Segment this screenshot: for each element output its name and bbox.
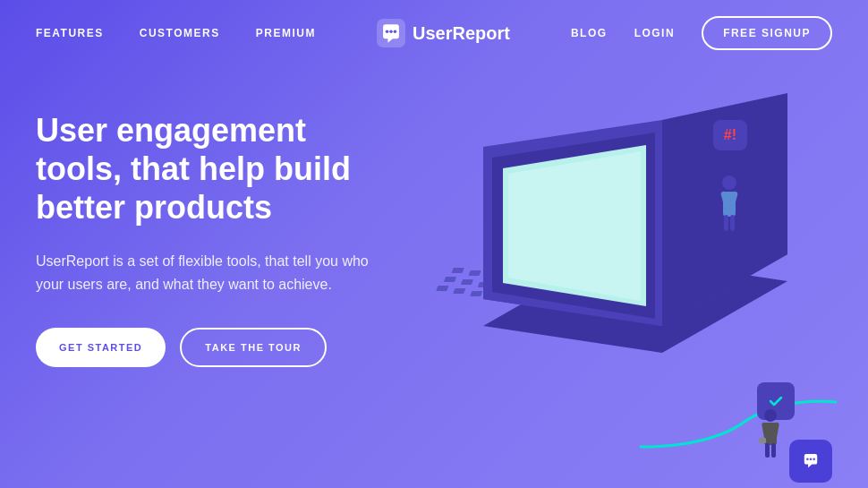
hero-buttons: GET STARTED TAKE THE TOUR (36, 328, 394, 367)
svg-point-63 (810, 458, 813, 461)
logo[interactable]: UserReport (377, 19, 510, 47)
logo-icon (377, 19, 405, 47)
person-figure-2 (758, 407, 783, 469)
take-tour-button[interactable]: TAKE THE TOUR (180, 328, 327, 367)
hero-title: User engagement tools, that help build b… (36, 111, 394, 227)
nav-right: BLOG LOGIN FREE SIGNUP (571, 16, 832, 50)
svg-rect-21 (461, 279, 473, 285)
nav-left: FEATURES CUSTOMERS PREMIUM (36, 27, 316, 39)
svg-rect-59 (771, 443, 776, 458)
chat-icon (799, 449, 822, 473)
svg-rect-20 (444, 277, 456, 282)
person-figure (716, 174, 743, 245)
svg-rect-53 (730, 215, 735, 231)
svg-rect-9 (470, 291, 482, 296)
nav-blog[interactable]: BLOG (571, 27, 608, 39)
svg-rect-8 (453, 288, 465, 294)
chat-widget[interactable] (789, 440, 832, 483)
hero-section: User engagement tools, that help build b… (0, 66, 868, 488)
svg-point-3 (394, 30, 397, 33)
nav-features[interactable]: FEATURES (36, 27, 104, 39)
svg-point-2 (389, 30, 393, 33)
nav-customers[interactable]: CUSTOMERS (140, 27, 220, 39)
svg-point-48 (722, 176, 736, 190)
logo-text: UserReport (413, 23, 510, 44)
svg-point-62 (806, 458, 809, 461)
navbar: FEATURES CUSTOMERS PREMIUM UserReport BL… (0, 0, 868, 66)
svg-rect-32 (452, 268, 464, 273)
signup-button[interactable]: FREE SIGNUP (702, 16, 832, 50)
svg-rect-60 (759, 438, 766, 443)
svg-marker-47 (508, 151, 641, 301)
nav-login[interactable]: LOGIN (634, 27, 676, 39)
svg-point-64 (813, 458, 815, 461)
nav-premium[interactable]: PREMIUM (256, 27, 316, 39)
hero-text: User engagement tools, that help build b… (36, 93, 394, 488)
svg-rect-33 (468, 270, 481, 276)
svg-point-1 (386, 30, 389, 33)
get-started-button[interactable]: GET STARTED (36, 328, 166, 367)
svg-rect-52 (724, 215, 728, 231)
notification-bubble: #! (713, 120, 747, 150)
hero-illustration: #! (394, 93, 832, 488)
svg-rect-7 (436, 286, 448, 291)
svg-rect-58 (765, 443, 770, 458)
hero-subtitle: UserReport is a set of flexible tools, t… (36, 250, 394, 297)
svg-point-54 (764, 409, 777, 422)
laptop-illustration (430, 75, 805, 380)
